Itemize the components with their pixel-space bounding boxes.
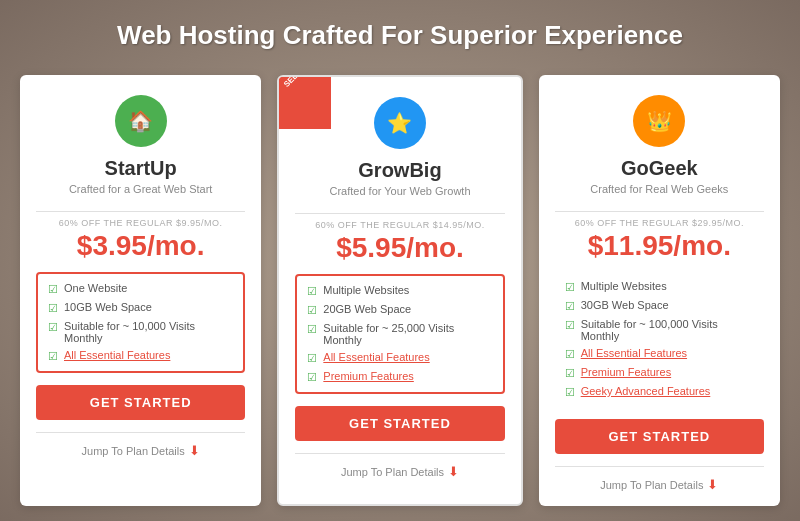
get-started-button[interactable]: GET STARTED <box>295 406 504 441</box>
discount-text: 60% OFF THE REGULAR $14.95/MO. <box>315 220 484 230</box>
discount-text: 60% OFF THE REGULAR $9.95/MO. <box>59 218 223 228</box>
feature-text: One Website <box>64 282 127 294</box>
plan-card-startup: 🏠StartUpCrafted for a Great Web Start60%… <box>20 75 261 506</box>
feature-item: ☑ Suitable for ~ 100,000 Visits Monthly <box>565 318 754 342</box>
feature-item: ☑ Premium Features <box>565 366 754 380</box>
feature-text: Suitable for ~ 25,000 Visits Monthly <box>323 322 492 346</box>
divider <box>555 211 764 212</box>
plan-card-growbig: BESTSELLER ⭐GrowBigCrafted for Your Web … <box>277 75 522 506</box>
plans-container: 🏠StartUpCrafted for a Great Web Start60%… <box>20 75 780 506</box>
best-seller-badge: BESTSELLER <box>279 77 331 129</box>
check-icon: ☑ <box>565 367 575 380</box>
divider <box>295 213 504 214</box>
plan-price: $5.95/mo. <box>336 232 464 264</box>
feature-text: Suitable for ~ 10,000 Visits Monthly <box>64 320 233 344</box>
plan-price: $3.95/mo. <box>77 230 205 262</box>
feature-item: ☑ Multiple Websites <box>565 280 754 294</box>
check-icon: ☑ <box>48 283 58 296</box>
feature-text: Suitable for ~ 100,000 Visits Monthly <box>581 318 754 342</box>
check-icon: ☑ <box>565 386 575 399</box>
feature-item: ☑ Multiple Websites <box>307 284 492 298</box>
feature-text: 30GB Web Space <box>581 299 669 311</box>
check-icon: ☑ <box>565 281 575 294</box>
feature-text: Premium Features <box>323 370 413 382</box>
down-arrow-icon: ⬇ <box>448 464 459 479</box>
plan-icon: 👑 <box>633 95 685 147</box>
down-arrow-icon: ⬇ <box>189 443 200 458</box>
feature-text: 10GB Web Space <box>64 301 152 313</box>
feature-item: ☑ All Essential Features <box>48 349 233 363</box>
check-icon: ☑ <box>307 285 317 298</box>
feature-text: Multiple Websites <box>323 284 409 296</box>
plan-name: GoGeek <box>621 157 698 180</box>
jump-to-plan-link[interactable]: Jump To Plan Details ⬇ <box>82 443 200 458</box>
feature-text: Premium Features <box>581 366 671 378</box>
plan-price: $11.95/mo. <box>588 230 731 262</box>
check-icon: ☑ <box>307 304 317 317</box>
features-list: ☑ One Website ☑ 10GB Web Space ☑ Suitabl… <box>36 272 245 373</box>
feature-item: ☑ 30GB Web Space <box>565 299 754 313</box>
get-started-button[interactable]: GET STARTED <box>36 385 245 420</box>
page-title: Web Hosting Crafted For Superior Experie… <box>117 20 683 51</box>
jump-to-plan-link[interactable]: Jump To Plan Details ⬇ <box>341 464 459 479</box>
plan-tagline: Crafted for a Great Web Start <box>69 183 212 195</box>
plan-name: GrowBig <box>358 159 441 182</box>
feature-text: All Essential Features <box>323 351 429 363</box>
feature-item: ☑ All Essential Features <box>307 351 492 365</box>
feature-item: ☑ Geeky Advanced Features <box>565 385 754 399</box>
plan-name: StartUp <box>105 157 177 180</box>
plan-icon: 🏠 <box>115 95 167 147</box>
get-started-button[interactable]: GET STARTED <box>555 419 764 454</box>
feature-text: All Essential Features <box>64 349 170 361</box>
discount-text: 60% OFF THE REGULAR $29.95/MO. <box>575 218 744 228</box>
feature-item: ☑ All Essential Features <box>565 347 754 361</box>
check-icon: ☑ <box>307 371 317 384</box>
check-icon: ☑ <box>48 302 58 315</box>
check-icon: ☑ <box>307 352 317 365</box>
feature-item: ☑ 20GB Web Space <box>307 303 492 317</box>
jump-to-plan-link[interactable]: Jump To Plan Details ⬇ <box>600 477 718 492</box>
check-icon: ☑ <box>48 350 58 363</box>
plan-tagline: Crafted for Real Web Geeks <box>590 183 728 195</box>
feature-item: ☑ One Website <box>48 282 233 296</box>
feature-text: Multiple Websites <box>581 280 667 292</box>
features-list: ☑ Multiple Websites ☑ 20GB Web Space ☑ S… <box>295 274 504 394</box>
feature-item: ☑ 10GB Web Space <box>48 301 233 315</box>
feature-text: All Essential Features <box>581 347 687 359</box>
plan-icon: ⭐ <box>374 97 426 149</box>
feature-item: ☑ Suitable for ~ 10,000 Visits Monthly <box>48 320 233 344</box>
jump-text: Jump To Plan Details <box>600 479 703 491</box>
down-arrow-icon: ⬇ <box>707 477 718 492</box>
feature-text: 20GB Web Space <box>323 303 411 315</box>
jump-link-container[interactable]: Jump To Plan Details ⬇ <box>555 466 764 492</box>
plan-card-gogeek: 👑GoGeekCrafted for Real Web Geeks60% OFF… <box>539 75 780 506</box>
feature-text: Geeky Advanced Features <box>581 385 711 397</box>
jump-text: Jump To Plan Details <box>82 445 185 457</box>
divider <box>36 211 245 212</box>
plan-tagline: Crafted for Your Web Growth <box>329 185 470 197</box>
feature-item: ☑ Suitable for ~ 25,000 Visits Monthly <box>307 322 492 346</box>
jump-link-container[interactable]: Jump To Plan Details ⬇ <box>36 432 245 458</box>
check-icon: ☑ <box>565 348 575 361</box>
feature-item: ☑ Premium Features <box>307 370 492 384</box>
check-icon: ☑ <box>565 300 575 313</box>
jump-link-container[interactable]: Jump To Plan Details ⬇ <box>295 453 504 479</box>
check-icon: ☑ <box>48 321 58 334</box>
check-icon: ☑ <box>565 319 575 332</box>
jump-text: Jump To Plan Details <box>341 466 444 478</box>
features-list: ☑ Multiple Websites ☑ 30GB Web Space ☑ S… <box>555 272 764 407</box>
check-icon: ☑ <box>307 323 317 336</box>
